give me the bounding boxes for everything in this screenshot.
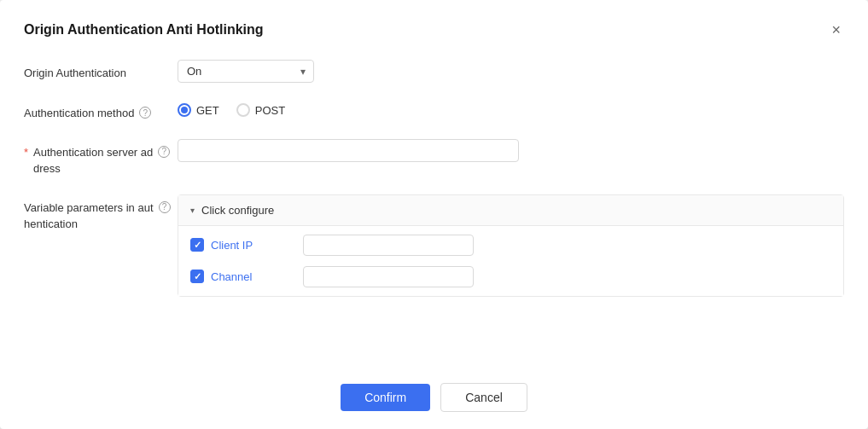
auth-method-label: Authentication method ? — [24, 100, 178, 122]
radio-option-get[interactable]: GET — [178, 103, 219, 117]
channel-checkbox[interactable] — [190, 270, 204, 283]
client-ip-checkbox-wrapper: Client IP — [190, 238, 293, 252]
channel-label[interactable]: Channel — [211, 270, 252, 283]
chevron-down-icon: ▾ — [190, 206, 195, 215]
origin-auth-select-wrapper: On Off — [178, 60, 314, 83]
modal-title: Origin Authentication Anti Hotlinking — [24, 22, 264, 38]
radio-option-post[interactable]: POST — [236, 103, 285, 117]
variable-item-channel: Channel channel — [190, 266, 831, 287]
required-asterisk: * — [24, 144, 28, 161]
variable-section-body: Client IP ip Channel channel — [178, 226, 843, 296]
auth-server-row: * Authentication server address ? http:/… — [24, 139, 844, 177]
radio-get-label: GET — [196, 104, 219, 117]
radio-post-circle — [236, 103, 250, 117]
auth-method-control: GET POST — [178, 100, 844, 117]
origin-auth-control: On Off — [178, 60, 844, 83]
origin-auth-select[interactable]: On Off — [178, 60, 314, 83]
channel-checkbox-wrapper: Channel — [190, 270, 293, 283]
auth-server-input[interactable]: http://origin.com/video — [178, 139, 519, 162]
radio-post-label: POST — [255, 104, 285, 117]
radio-get-circle — [178, 103, 191, 117]
modal-dialog: Origin Authentication Anti Hotlinking × … — [0, 0, 868, 429]
confirm-button[interactable]: Confirm — [341, 384, 430, 411]
variable-section-header-label: Click configure — [201, 204, 274, 217]
variable-section-header[interactable]: ▾ Click configure — [178, 195, 843, 226]
variable-params-label: Variable parameters in authentication ? — [24, 194, 178, 233]
auth-method-radio-group: GET POST — [178, 100, 844, 117]
variable-params-row: Variable parameters in authentication ? … — [24, 194, 844, 297]
auth-method-row: Authentication method ? GET POST — [24, 100, 844, 122]
origin-auth-label: Origin Authentication — [24, 60, 178, 82]
close-icon: × — [831, 21, 841, 38]
modal-header: Origin Authentication Anti Hotlinking × — [24, 20, 844, 39]
client-ip-input[interactable]: ip — [303, 235, 474, 256]
auth-server-label: * Authentication server address ? — [24, 139, 178, 177]
variable-params-section: ▾ Click configure Client IP ip — [178, 194, 844, 297]
close-button[interactable]: × — [828, 20, 844, 39]
auth-method-help-icon[interactable]: ? — [139, 107, 151, 119]
auth-server-control: http://origin.com/video — [178, 139, 844, 162]
modal-footer: Confirm Cancel — [24, 369, 844, 412]
channel-input[interactable]: channel — [303, 266, 474, 287]
variable-params-label-text: Variable parameters in authentication — [24, 200, 154, 233]
auth-server-help-icon[interactable]: ? — [158, 146, 170, 158]
origin-auth-row: Origin Authentication On Off — [24, 60, 844, 83]
form-body: Origin Authentication On Off Authenticat… — [24, 60, 844, 366]
auth-server-label-text: Authentication server address — [33, 144, 153, 177]
client-ip-label[interactable]: Client IP — [211, 239, 253, 252]
modal-overlay: Origin Authentication Anti Hotlinking × … — [0, 0, 868, 429]
variable-params-help-icon[interactable]: ? — [159, 201, 171, 213]
client-ip-checkbox[interactable] — [190, 238, 204, 252]
cancel-button[interactable]: Cancel — [440, 383, 527, 412]
variable-item-client-ip: Client IP ip — [190, 235, 831, 256]
